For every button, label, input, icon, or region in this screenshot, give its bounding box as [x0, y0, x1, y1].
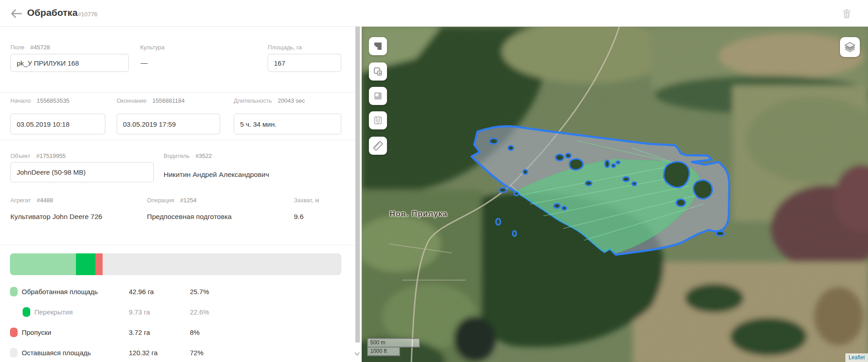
area-input[interactable]	[268, 54, 341, 72]
progress-bar	[10, 253, 341, 275]
progress-segment-overlap	[76, 253, 95, 275]
scroll-down-icon[interactable]	[354, 350, 360, 358]
implement-label-row: Агрегат #4488	[10, 197, 53, 204]
legend-label: Пропуски	[22, 329, 51, 336]
legend-row-skips: Пропуски 3.72 га 8%	[0, 324, 353, 342]
area-label-row: Площадь, га	[268, 44, 302, 51]
layers-control-button[interactable]	[840, 37, 860, 57]
progress-segment-remaining	[103, 253, 341, 275]
end-label: Окончание	[117, 97, 146, 104]
implement-name: Культиватор John Deere 726	[10, 213, 102, 221]
operation-label-row: Операция #1254	[147, 197, 197, 204]
divider	[0, 92, 362, 93]
start-label: Начало	[10, 97, 31, 104]
divider	[0, 140, 362, 140]
worked-swatch	[10, 287, 18, 296]
start-datetime-input[interactable]	[10, 114, 105, 134]
scale-metric: 500 m	[367, 338, 420, 348]
task-details-panel: Поле #45728 Культура — Площадь, га Начал…	[0, 27, 362, 362]
legend-area: 3.72 га	[129, 329, 150, 336]
layers-icon	[844, 41, 856, 53]
skips-swatch	[10, 328, 18, 337]
panel-scrollbar-thumb[interactable]	[355, 27, 360, 343]
culture-label-row: Культура	[140, 44, 165, 51]
legend-percent: 8%	[190, 329, 200, 336]
back-button[interactable]	[10, 7, 23, 20]
coverage-layer-button[interactable]	[369, 87, 387, 105]
operation-id: #1254	[180, 197, 197, 204]
scale-imperial: 1000 ft	[367, 347, 400, 356]
legend-row-worked: Обработанная площадь 42.96 га 25.7%	[0, 283, 353, 301]
trash-icon	[841, 8, 853, 19]
back-arrow-icon	[10, 9, 22, 19]
object-label-row: Объект #17519955	[10, 152, 66, 159]
page-id: #10776	[78, 11, 97, 18]
legend-percent: 25.7%	[190, 288, 209, 295]
scale-control: 500 m 1000 ft	[367, 338, 420, 356]
delete-button[interactable]	[841, 8, 853, 19]
passes-layer-button[interactable]	[369, 111, 387, 129]
leaflet-attribution[interactable]: Leaflet	[845, 353, 868, 362]
object-label: Объект	[10, 152, 30, 159]
area-label: Площадь, га	[268, 44, 302, 51]
legend-area: 42.96 га	[129, 288, 154, 295]
overlap-icon	[373, 66, 383, 77]
basemap-icon	[373, 41, 383, 52]
ruler-icon	[372, 140, 384, 152]
satellite-map	[362, 27, 868, 362]
divider	[0, 245, 362, 245]
end-datetime-input[interactable]	[117, 114, 220, 134]
duration-seconds: 20043 sec	[278, 97, 305, 104]
basemap-toggle-button[interactable]	[369, 37, 387, 55]
passes-icon	[373, 115, 383, 126]
progress-segment-skips	[95, 253, 103, 275]
progress-segment-worked	[10, 253, 76, 275]
culture-value: —	[141, 59, 148, 67]
overlap-swatch	[23, 307, 30, 317]
duration-label: Длительность	[234, 97, 272, 104]
implement-label: Агрегат	[10, 197, 31, 204]
start-timestamp: 1556853535	[37, 97, 69, 104]
measure-button[interactable]	[369, 137, 387, 155]
legend-row-remaining: Оставшаяся площадь 120.32 га 72%	[0, 344, 353, 362]
object-id: #17519955	[36, 152, 66, 159]
map-view[interactable]: Нов. Прилука	[362, 27, 868, 362]
place-label: Нов. Прилука	[390, 210, 448, 218]
page-title: Обработка	[27, 7, 78, 18]
field-name-input[interactable]	[10, 54, 129, 72]
driver-label-row: Водитель #3522	[164, 152, 212, 159]
driver-id: #3522	[195, 152, 212, 159]
field-label: Поле	[10, 44, 24, 51]
coverage-value: 9.6	[294, 213, 304, 221]
coverage-label: Захват, м	[294, 197, 319, 204]
legend-label: Обработанная площадь	[22, 288, 98, 295]
legend-area: 9.73 га	[129, 308, 150, 316]
coverage-icon	[373, 90, 383, 101]
field-label-row: Поле #45728	[10, 44, 50, 51]
legend-row-overlap: Перекрытия 9.73 га 22.6%	[0, 303, 353, 321]
legend-percent: 72%	[190, 349, 203, 357]
end-label-row: Окончание 1556881184	[117, 97, 184, 104]
legend-percent: 22.6%	[190, 308, 209, 316]
operation-label: Операция	[147, 197, 175, 204]
coverage-label-row: Захват, м	[294, 197, 319, 204]
culture-label: Культура	[140, 44, 165, 51]
duration-label-row: Длительность 20043 sec	[234, 97, 305, 104]
remaining-swatch	[10, 348, 18, 357]
driver-label: Водитель	[164, 152, 189, 159]
driver-name: Никитин Андрей Александрович	[164, 171, 269, 179]
overlap-layer-button[interactable]	[369, 62, 387, 81]
end-timestamp: 1556881184	[152, 97, 184, 104]
operation-name: Предпосевная подготовка	[147, 213, 231, 221]
legend-area: 120.32 га	[129, 349, 158, 357]
duration-input[interactable]	[234, 114, 341, 134]
field-id: #45728	[30, 44, 50, 51]
legend-label: Оставшаяся площадь	[22, 349, 91, 357]
legend-label: Перекрытия	[34, 308, 73, 316]
object-input[interactable]	[10, 162, 154, 182]
start-label-row: Начало 1556853535	[10, 97, 70, 104]
implement-id: #4488	[37, 197, 53, 204]
header: Обработка #10776	[0, 0, 868, 27]
